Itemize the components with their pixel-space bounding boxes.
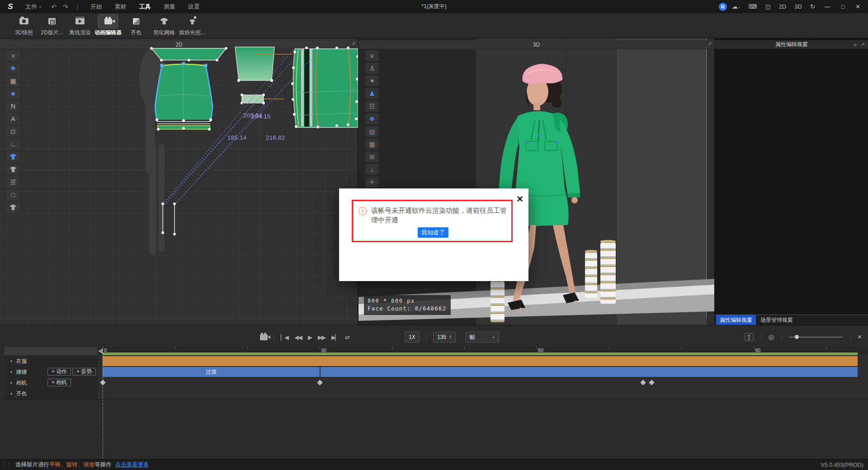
view-2d-button[interactable]: 2D xyxy=(776,3,790,10)
timeline-zoom-slider[interactable] xyxy=(789,337,843,338)
refresh-icon[interactable]: ↻ xyxy=(807,3,818,10)
minimize-button[interactable]: — xyxy=(820,3,835,10)
keyboard-icon[interactable]: ⌨ xyxy=(745,3,760,10)
panel-3d-header: 3D ↗ xyxy=(359,40,714,49)
collapse-icon[interactable]: ∨ xyxy=(365,50,379,61)
skeleton-pose-icon[interactable]: ✶ xyxy=(365,75,379,86)
view-more-link[interactable]: 点击查看更多 xyxy=(115,461,149,469)
add-button[interactable]: + 动作 xyxy=(47,368,71,376)
avatar-blue-icon[interactable]: ♟ xyxy=(365,88,379,99)
slider-knob[interactable] xyxy=(795,335,799,339)
skip-end-button[interactable]: ▶▏ xyxy=(331,334,339,341)
panel-3d[interactable]: 3D ↗ ∨♙✶♟☷❖▤▦⊞⊥✛• 800 * 600 px Face Coun… xyxy=(359,38,714,325)
ruler-tick xyxy=(537,347,537,349)
track-label-1[interactable]: ●衣服 xyxy=(5,356,98,367)
toolbar-bake-light[interactable]: 烘焙光照... xyxy=(178,14,206,37)
export-icon[interactable]: ↥ xyxy=(745,333,754,341)
view-3d-button[interactable]: 3D xyxy=(791,3,805,10)
timeline-lane[interactable] xyxy=(5,377,868,389)
bullet-icon: ● xyxy=(10,391,12,396)
playhead-line[interactable] xyxy=(103,348,104,458)
speed-button[interactable]: 1X xyxy=(405,332,420,343)
menu-start[interactable]: 开始 xyxy=(84,0,108,13)
redo-icon[interactable]: ↷ xyxy=(60,3,71,10)
cloud-sync-icon[interactable]: ☁∨ xyxy=(729,3,744,10)
version-label: V5.0.453(PROD) xyxy=(821,462,863,468)
target-icon[interactable]: ◎ xyxy=(769,333,774,341)
maximize-button[interactable]: □ xyxy=(837,3,849,10)
toolbar-animation-editor[interactable]: 动画编辑器 xyxy=(94,14,122,37)
clip-segment[interactable]: 过渡 xyxy=(103,367,320,377)
movie-camera-icon xyxy=(104,19,112,24)
avatar-nodes-icon[interactable]: ♙ xyxy=(365,63,379,74)
pattern-piece-skirt[interactable] xyxy=(155,62,212,131)
sidebar-tabs: 属性编辑视窗 场景管理视窗 xyxy=(715,315,868,325)
grid-fill-icon[interactable]: ▦ xyxy=(365,139,379,150)
menu-measure[interactable]: 测量 xyxy=(157,0,182,13)
fast-forward-button[interactable]: ▶▶ xyxy=(318,334,325,341)
bullet-icon: ● xyxy=(10,381,12,385)
skip-start-button[interactable]: ▏◀ xyxy=(281,334,288,341)
statusbar: ⋮⋮ 选择版片进行平移、旋转、缩放等操作 点击查看更多 V5.0.453(PRO… xyxy=(0,459,868,470)
frame-input[interactable]: 135 ▲▼ xyxy=(433,332,456,343)
expand-panel-icon[interactable]: ↗ xyxy=(861,42,865,47)
collapse-right-icon[interactable]: » xyxy=(854,42,857,48)
toolbar-3d-snapshot[interactable]: 3D快照 xyxy=(10,14,38,37)
record-camera-icon[interactable] xyxy=(260,334,268,340)
timeline-lane[interactable] xyxy=(5,388,868,400)
add-button[interactable]: + 姿势 xyxy=(72,368,96,376)
spinner-icon[interactable]: ▲▼ xyxy=(449,335,452,339)
track-name: 齐色 xyxy=(16,390,27,398)
play-button[interactable]: ▶ xyxy=(308,334,311,341)
avatar-3d-model[interactable] xyxy=(359,38,714,325)
info-icon: ! xyxy=(359,207,367,215)
loop-button[interactable]: ⇄ xyxy=(345,334,349,341)
track-label-3[interactable]: ●相机+ 相机 xyxy=(5,377,98,389)
tab-property-editor[interactable]: 属性编辑视窗 xyxy=(716,315,756,325)
pattern-piece-front-yoke[interactable] xyxy=(235,47,274,82)
toolbar-2d-pattern[interactable]: 2D版片... xyxy=(38,14,66,37)
app-logo-icon[interactable]: S xyxy=(5,2,15,12)
gravity-icon[interactable]: ⊥ xyxy=(365,164,379,175)
split-view-icon[interactable]: ◫ xyxy=(762,3,774,10)
add-button[interactable]: + 相机 xyxy=(47,379,71,386)
menu-file[interactable]: 文件 ∨ xyxy=(19,0,48,13)
confirm-button[interactable]: 我知道了 xyxy=(418,227,448,238)
ruler-tick xyxy=(609,347,609,349)
rewind-button[interactable]: ◀◀ xyxy=(294,334,302,341)
playhead-marker[interactable] xyxy=(98,348,103,354)
track-label-2[interactable]: ●娜娜+ 动作+ 姿势 xyxy=(5,367,98,378)
toolbar-offline-render[interactable]: 离线渲染 xyxy=(66,14,94,37)
pattern-piece-skirt-yoke[interactable] xyxy=(150,47,227,61)
grid-icon[interactable]: ⊞ xyxy=(365,151,379,162)
expand-panel-icon[interactable]: ↗ xyxy=(708,41,712,47)
tab-scene-manager[interactable]: 场景管理视窗 xyxy=(757,315,797,325)
track-name: 衣服 xyxy=(16,357,27,365)
move-axis-icon[interactable]: ✛ xyxy=(365,177,379,188)
track-label-4[interactable]: ●齐色 xyxy=(5,388,98,400)
panel-2d[interactable]: 2D ↗ ∨❖▦■NA⊡∟☰□ xyxy=(0,38,358,325)
clip-segment[interactable] xyxy=(321,367,858,377)
undo-icon[interactable]: ↶ xyxy=(48,3,60,10)
menu-settings[interactable]: 设置 xyxy=(182,0,206,13)
status-text: 等操作 xyxy=(94,461,112,469)
track-name: 娜娜 xyxy=(16,368,27,376)
layer-texture-icon[interactable]: ▤ xyxy=(365,126,379,137)
more-icon[interactable]: ⋮ xyxy=(71,3,84,10)
toolbar-simplify-mesh[interactable]: 简化网格 xyxy=(150,14,178,37)
texture-checker-icon[interactable]: ❖ xyxy=(365,113,379,124)
avatar-group-icon[interactable]: ☷ xyxy=(365,101,379,112)
bullet-icon: ● xyxy=(10,370,12,374)
close-timeline-icon[interactable]: × xyxy=(858,333,862,341)
close-icon[interactable]: × xyxy=(517,195,523,203)
close-button[interactable]: × xyxy=(851,3,864,11)
menu-material[interactable]: 素材 xyxy=(108,0,133,13)
menu-tools[interactable]: 工具 xyxy=(133,0,157,13)
animation-timeline: ▏◀◀◀▶▶▶▶▏⇄ 1X 135 ▲▼ 帧∨ ↥ ◎ × 0306090 过渡… xyxy=(0,325,868,459)
unit-dropdown[interactable]: 帧∨ xyxy=(466,332,499,343)
sidebar-header: 属性编辑视窗 » ↗ xyxy=(715,40,868,49)
user-avatar[interactable]: R xyxy=(719,3,727,11)
toolbar-colorway[interactable]: 齐色 xyxy=(122,14,150,37)
loop-range-bar[interactable] xyxy=(103,352,858,355)
clip-bar[interactable] xyxy=(103,356,858,366)
